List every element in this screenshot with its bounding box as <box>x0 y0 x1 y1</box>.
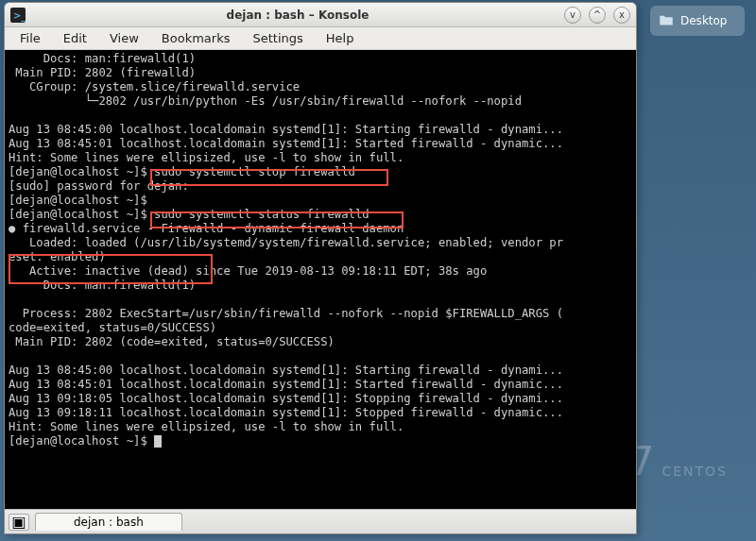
menu-bookmarks[interactable]: Bookmarks <box>150 29 242 47</box>
centos-watermark: 7 CENTOS <box>629 438 728 484</box>
term-line: Main PID: 2802 (code=exited, status=0/SU… <box>9 335 335 348</box>
tabbar: ▣ dejan : bash <box>5 509 636 533</box>
desktop-shortcut[interactable]: Desktop <box>650 6 745 36</box>
term-prompt: [dejan@localhost ~]$ <box>9 165 154 178</box>
term-line: eset: enabled) <box>9 250 106 263</box>
titlebar-buttons: v ^ x <box>564 7 630 24</box>
folder-icon <box>658 12 675 29</box>
konsole-window: >_ dejan : bash – Konsole v ^ x File Edi… <box>4 2 637 534</box>
desktop-shortcut-label: Desktop <box>680 14 728 27</box>
term-line: Aug 13 09:18:11 localhost.localdomain sy… <box>9 406 563 419</box>
term-prompt: [dejan@localhost ~]$ <box>9 434 154 448</box>
cursor <box>154 435 162 448</box>
term-line: Main PID: 2802 (firewalld) <box>9 66 196 79</box>
menu-help[interactable]: Help <box>315 29 366 47</box>
term-line: Aug 13 08:45:01 localhost.localdomain sy… <box>9 137 563 150</box>
new-tab-button[interactable]: ▣ <box>9 514 29 531</box>
new-tab-icon: ▣ <box>11 513 26 531</box>
svg-text:>_: >_ <box>13 10 26 22</box>
window-title: dejan : bash – Konsole <box>31 8 564 22</box>
term-line: Loaded: loaded (/usr/lib/systemd/system/… <box>9 236 563 249</box>
term-line: Aug 13 08:45:01 localhost.localdomain sy… <box>9 378 563 391</box>
term-prompt: [dejan@localhost ~]$ <box>9 208 154 221</box>
term-line: Aug 13 09:18:05 localhost.localdomain sy… <box>9 392 563 405</box>
menu-settings[interactable]: Settings <box>241 29 314 47</box>
term-line: Docs: man:firewalld(1) <box>9 52 196 65</box>
titlebar[interactable]: >_ dejan : bash – Konsole v ^ x <box>5 3 636 27</box>
term-line: Active: inactive (dead) since Tue 2019-0… <box>9 264 487 278</box>
term-line: code=exited, status=0/SUCCESS) <box>9 321 216 334</box>
term-line: Docs: man:firewalld(1) <box>9 279 196 292</box>
term-line: CGroup: /system.slice/firewalld.service <box>9 80 300 93</box>
term-line: Aug 13 08:45:00 localhost.localdomain sy… <box>9 123 563 136</box>
term-line: Process: 2802 ExecStart=/usr/sbin/firewa… <box>9 307 563 320</box>
close-button[interactable]: x <box>613 7 630 24</box>
menu-edit[interactable]: Edit <box>52 29 98 47</box>
term-cmd-status: sudo systemctl status firewalld <box>154 208 369 221</box>
maximize-button[interactable]: ^ <box>589 7 606 24</box>
term-cmd-stop: sudo systemctl stop firewalld <box>154 165 355 178</box>
terminal-viewport[interactable]: Docs: man:firewalld(1) Main PID: 2802 (f… <box>5 50 636 509</box>
menu-view[interactable]: View <box>98 29 150 47</box>
term-line: Hint: Some lines were ellipsized, use -l… <box>9 151 404 164</box>
centos-label: CENTOS <box>662 464 728 479</box>
menu-file[interactable]: File <box>9 29 52 47</box>
term-line: ● firewalld.service - Firewalld - dynami… <box>9 222 404 235</box>
term-line: [sudo] password for dejan: <box>9 179 196 193</box>
tab-0[interactable]: dejan : bash <box>35 513 182 531</box>
minimize-button[interactable]: v <box>564 7 581 24</box>
term-line: Aug 13 08:45:00 localhost.localdomain sy… <box>9 363 563 377</box>
term-line: Hint: Some lines were ellipsized, use -l… <box>9 420 404 433</box>
konsole-icon: >_ <box>10 8 26 23</box>
term-line: └─2802 /usr/bin/python -Es /usr/sbin/fir… <box>9 94 522 108</box>
term-prompt: [dejan@localhost ~]$ <box>9 194 154 207</box>
menubar: File Edit View Bookmarks Settings Help <box>5 27 636 50</box>
